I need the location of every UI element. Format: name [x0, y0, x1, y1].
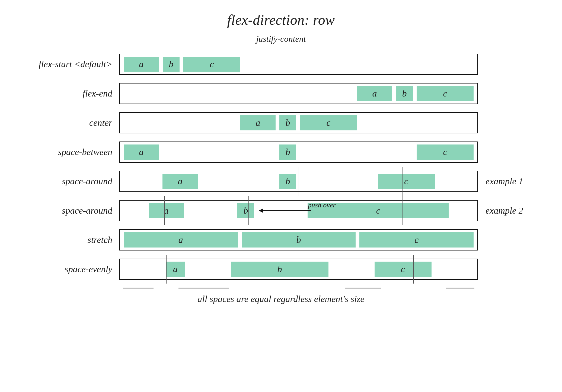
flex-container-wrap: a b c [119, 54, 478, 75]
row-space-around-1: space-around a b c example 1 [22, 171, 540, 192]
diagram-caption: all spaces are equal regardless element'… [22, 294, 540, 304]
flex-container-wrap: a b c [119, 112, 478, 133]
flex-container: a b c [119, 83, 478, 104]
flex-container-wrap: a b c [119, 142, 478, 163]
flex-item-a: a [124, 57, 159, 72]
diagram-title: flex-direction: row [22, 12, 540, 28]
underline-segment [345, 288, 381, 288]
flex-item-c: c [417, 86, 474, 101]
flex-container-wrap: a b c [119, 229, 478, 250]
flex-container: a b c [119, 112, 478, 133]
flex-item-b: b [396, 86, 413, 101]
flex-item-b: b [237, 203, 254, 218]
diagram-subtitle: justify-content [22, 34, 540, 44]
flex-item-c: c [359, 232, 474, 248]
flex-item-b: b [279, 115, 296, 130]
flex-container-wrap: a b c [119, 83, 478, 104]
row-flex-end: flex-end a b c [22, 83, 540, 104]
row-stretch: stretch a b c [22, 229, 540, 250]
equal-space-underlines [119, 288, 478, 288]
example-rows: flex-start <default> a b c flex-end a b … [22, 54, 540, 280]
flex-item-c: c [300, 115, 357, 130]
row-label: space-around [22, 176, 119, 187]
row-label: flex-end [22, 88, 119, 99]
flex-item-c: c [378, 174, 435, 189]
flex-container: a b c [119, 54, 478, 75]
row-label: space-between [22, 147, 119, 157]
flex-container: a b c [119, 171, 478, 192]
flex-item-c: c [417, 144, 474, 160]
underline-segment [123, 288, 153, 288]
row-label: space-evenly [22, 264, 119, 274]
row-flex-start: flex-start <default> a b c [22, 54, 540, 75]
row-center: center a b c [22, 112, 540, 133]
flex-item-b: b [279, 174, 296, 189]
underline-segment [446, 288, 474, 288]
flex-container: a b c [119, 200, 478, 221]
flex-item-a: a [124, 144, 159, 160]
flex-container: a b c [119, 229, 478, 250]
flex-item-c: c [183, 57, 240, 72]
row-label: stretch [22, 235, 119, 245]
row-right-label: example 1 [478, 176, 540, 187]
row-space-evenly: space-evenly a b c [22, 259, 540, 280]
flex-container-wrap: a b c [119, 171, 478, 192]
flex-item-a: a [162, 174, 198, 189]
flex-item-a: a [149, 203, 184, 218]
flex-item-b: b [279, 144, 296, 160]
row-label: space-around [22, 205, 119, 216]
flex-item-a: a [357, 86, 392, 101]
flex-container: a b c [119, 259, 478, 280]
row-right-label: example 2 [478, 205, 540, 216]
flex-item-c: c [308, 203, 449, 218]
row-space-around-2: space-around a b c push over example 2 [22, 200, 540, 221]
row-label: flex-start <default> [22, 59, 119, 69]
flex-item-b: b [163, 57, 180, 72]
flex-item-c: c [375, 262, 432, 277]
flex-container-wrap: a b c push over [119, 200, 478, 221]
flex-item-b: b [231, 262, 328, 277]
flex-container: a b c [119, 142, 478, 163]
flex-container-wrap: a b c [119, 259, 478, 280]
flex-item-a: a [124, 232, 238, 248]
row-label: center [22, 118, 119, 128]
underline-segment [178, 288, 229, 288]
flex-item-a: a [166, 262, 185, 277]
flex-item-b: b [242, 232, 356, 248]
flex-item-a: a [240, 115, 276, 130]
row-space-between: space-between a b c [22, 142, 540, 163]
